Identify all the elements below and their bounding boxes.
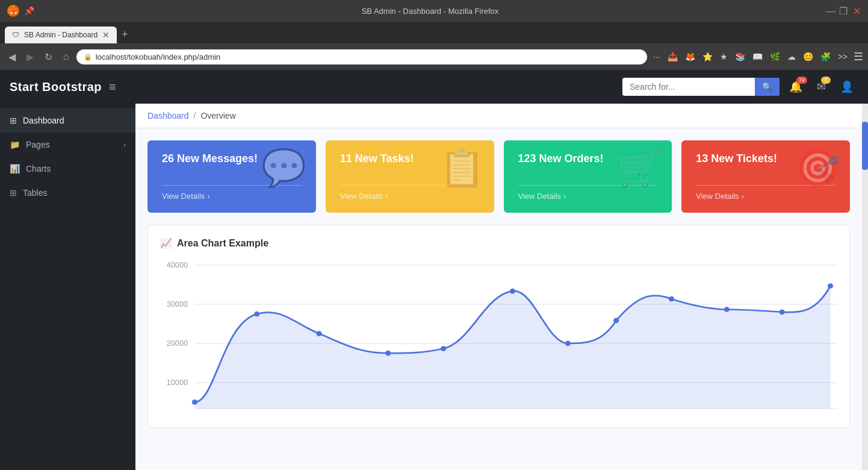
main-content: Dashboard / Overview 26 New Messages! 💬 … xyxy=(135,104,862,470)
orders-card-icon: 🛒 xyxy=(617,150,662,186)
svg-point-15 xyxy=(565,341,571,346)
charts-icon: 📊 xyxy=(10,164,20,174)
pocket-icon[interactable]: 📥 xyxy=(665,51,680,63)
tasks-view-details-link[interactable]: View Details › xyxy=(340,192,388,201)
sidebar-item-charts[interactable]: 📊 Charts xyxy=(0,157,135,181)
firefox-account-icon[interactable]: 🦊 xyxy=(683,51,698,63)
brand-title: Start Bootstrap xyxy=(10,80,102,94)
svg-point-10 xyxy=(254,312,259,317)
svg-point-13 xyxy=(441,346,446,351)
orders-card[interactable]: 123 New Orders! 🛒 View Details › xyxy=(504,140,672,213)
tab-close-button[interactable]: ✕ xyxy=(102,30,110,40)
forward-button[interactable]: ▶ xyxy=(23,49,37,65)
breadcrumb: Dashboard / Overview xyxy=(147,111,236,121)
scrollbar-thumb[interactable] xyxy=(862,122,868,170)
breadcrumb-bar: Dashboard / Overview xyxy=(135,104,862,128)
content-wrapper: ⊞ Dashboard 📁 Pages › 📊 Charts xyxy=(0,104,868,470)
bookmark-icon[interactable]: ⭐ xyxy=(700,51,715,63)
sidebar-item-pages[interactable]: 📁 Pages › xyxy=(0,133,135,157)
arrow-icon: › xyxy=(742,192,744,201)
orders-view-details-link[interactable]: View Details › xyxy=(518,192,566,201)
chart-icon: 📈 xyxy=(160,237,172,249)
back-button[interactable]: ◀ xyxy=(5,49,19,65)
profile-button[interactable]: 👤 xyxy=(835,78,858,96)
tasks-card[interactable]: 11 New Tasks! 📋 View Details › xyxy=(326,140,494,213)
svg-text:40000: 40000 xyxy=(167,261,188,269)
svg-point-14 xyxy=(510,289,515,294)
address-bar: ◀ ▶ ↻ ⌂ 🔒 localhost/tokobuah/index.php/a… xyxy=(0,43,868,70)
notifications-badge: 74 xyxy=(796,77,807,84)
emoji-icon[interactable]: 😊 xyxy=(801,51,816,63)
tab-title: SB Admin - Dashboard xyxy=(24,31,98,39)
svg-point-9 xyxy=(192,400,197,405)
bookmarks-panel-icon[interactable]: 📚 xyxy=(733,51,748,63)
svg-point-20 xyxy=(828,283,833,289)
messages-card-icon: 💬 xyxy=(261,150,306,186)
arrow-icon: › xyxy=(207,192,209,201)
bookmark-star-icon[interactable]: ★ xyxy=(718,51,730,63)
screenshot-icon[interactable]: 🌿 xyxy=(767,51,783,63)
hamburger-menu-button[interactable]: ☰ xyxy=(854,50,863,63)
chart-area: 40000 30000 20000 10000 xyxy=(160,258,837,415)
breadcrumb-dashboard-link[interactable]: Dashboard xyxy=(147,111,189,121)
breadcrumb-separator: / xyxy=(194,111,196,121)
firefox-icon: 🦊 xyxy=(7,5,19,17)
security-lock-icon: 🔒 xyxy=(84,53,92,61)
search-button[interactable]: 🔍 xyxy=(755,78,780,96)
sidebar: ⊞ Dashboard 📁 Pages › 📊 Charts xyxy=(0,104,135,470)
maximize-button[interactable]: ❐ xyxy=(839,7,848,15)
close-button[interactable]: ✕ xyxy=(852,7,861,15)
scrollbar[interactable] xyxy=(862,104,868,470)
tickets-card-icon: 🎯 xyxy=(795,150,840,186)
active-tab[interactable]: 🛡 SB Admin - Dashboard ✕ xyxy=(5,27,117,43)
new-tab-button[interactable]: + xyxy=(117,28,133,41)
extensions-icon[interactable]: 🧩 xyxy=(818,51,833,63)
arrow-icon: › xyxy=(385,192,388,201)
arrow-icon: › xyxy=(563,192,566,201)
sidebar-label-charts: Charts xyxy=(26,164,51,174)
overflow-icon[interactable]: >> xyxy=(835,51,850,63)
sidebar-toggle-button[interactable]: ≡ xyxy=(109,80,116,94)
svg-point-12 xyxy=(385,351,391,356)
titlebar: 🦊 📌 SB Admin - Dashboard - Mozilla Firef… xyxy=(0,0,868,22)
sidebar-label-tables: Tables xyxy=(23,188,47,198)
tasks-card-icon: 📋 xyxy=(439,150,485,186)
app-wrapper: Start Bootstrap ≡ 🔍 🔔 74 ✉ 7 👤 xyxy=(0,70,868,470)
window-title: SB Admin - Dashboard - Mozilla Firefox xyxy=(362,7,499,16)
pages-chevron-icon: › xyxy=(123,141,126,148)
svg-text:30000: 30000 xyxy=(167,300,188,309)
chart-section: 📈 Area Chart Example 40000 xyxy=(147,225,850,428)
sidebar-label-dashboard: Dashboard xyxy=(23,116,64,125)
chart-title-text: Area Chart Example xyxy=(177,238,268,249)
messages-view-details-link[interactable]: View Details › xyxy=(162,192,210,201)
messages-button[interactable]: ✉ 7 xyxy=(812,78,831,96)
breadcrumb-current: Overview xyxy=(200,111,235,121)
messages-card[interactable]: 26 New Messages! 💬 View Details › xyxy=(147,140,316,213)
messages-badge: 7 xyxy=(821,77,831,84)
area-chart-svg: 40000 30000 20000 10000 xyxy=(160,258,837,415)
svg-point-16 xyxy=(613,318,619,324)
more-options-button[interactable]: ··· xyxy=(651,51,663,63)
refresh-button[interactable]: ↻ xyxy=(41,49,56,65)
search-input[interactable] xyxy=(622,78,755,95)
minimize-button[interactable]: — xyxy=(826,7,834,15)
url-bar[interactable]: 🔒 localhost/tokobuah/index.php/admin xyxy=(76,49,647,64)
reader-view-icon[interactable]: 📖 xyxy=(750,51,765,63)
sync-icon[interactable]: ☁ xyxy=(785,51,798,63)
url-text: localhost/tokobuah/index.php/admin xyxy=(96,52,640,61)
home-button[interactable]: ⌂ xyxy=(60,49,73,64)
sidebar-item-dashboard[interactable]: ⊞ Dashboard xyxy=(0,108,135,133)
sidebar-item-tables[interactable]: ⊞ Tables xyxy=(0,181,135,205)
pages-icon: 📁 xyxy=(10,140,20,149)
top-nav: Start Bootstrap ≡ 🔍 🔔 74 ✉ 7 👤 xyxy=(0,70,868,104)
sidebar-label-pages: Pages xyxy=(26,140,50,149)
notifications-button[interactable]: 🔔 74 xyxy=(784,78,807,96)
svg-text:10000: 10000 xyxy=(167,378,188,387)
stats-cards-row: 26 New Messages! 💬 View Details › 11 New… xyxy=(147,140,850,213)
tickets-card[interactable]: 13 New Tickets! 🎯 View Details › xyxy=(681,140,850,213)
svg-point-18 xyxy=(724,307,730,312)
svg-point-11 xyxy=(316,331,321,336)
tab-favicon: 🛡 xyxy=(12,31,19,39)
tables-icon: ⊞ xyxy=(10,188,17,198)
tickets-view-details-link[interactable]: View Details › xyxy=(696,192,744,201)
